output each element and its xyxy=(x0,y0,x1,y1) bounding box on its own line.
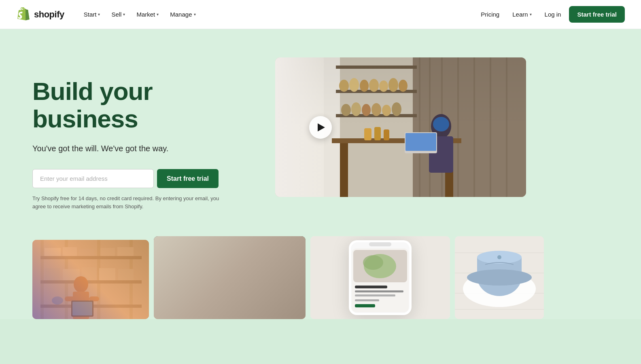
svg-rect-42 xyxy=(65,240,68,319)
nav-left: shopify Start ▾ Sell ▾ Market ▾ Manage ▾ xyxy=(16,7,201,22)
logo-link[interactable]: shopify xyxy=(16,7,64,22)
nav-pricing[interactable]: Pricing xyxy=(476,8,504,21)
svg-point-25 xyxy=(371,103,381,116)
nav-start-label: Start xyxy=(84,11,97,18)
svg-point-18 xyxy=(369,79,379,92)
svg-rect-55 xyxy=(82,267,96,280)
svg-point-72 xyxy=(192,288,229,310)
svg-rect-8 xyxy=(473,57,475,197)
hero-section: Build your business You've got the will.… xyxy=(0,29,641,231)
svg-point-22 xyxy=(341,104,351,116)
svg-rect-6 xyxy=(441,57,443,197)
svg-rect-68 xyxy=(154,236,306,293)
manage-chevron-icon: ▾ xyxy=(194,12,196,17)
svg-point-64 xyxy=(52,296,63,305)
svg-point-24 xyxy=(362,104,371,116)
hero-cta-button[interactable]: Start free trial xyxy=(157,169,219,188)
disclaimer-text: Try Shopify free for 14 days, no credit … xyxy=(32,195,227,210)
nav-market[interactable]: Market ▾ xyxy=(132,8,163,21)
svg-point-67 xyxy=(165,293,294,317)
svg-rect-4 xyxy=(419,57,420,197)
svg-rect-7 xyxy=(457,57,459,197)
sell-chevron-icon: ▾ xyxy=(123,12,125,17)
market-chevron-icon: ▾ xyxy=(157,12,159,17)
play-button[interactable] xyxy=(309,116,332,139)
svg-rect-46 xyxy=(40,280,142,284)
svg-point-76 xyxy=(203,285,214,301)
learn-chevron-icon: ▾ xyxy=(530,12,532,17)
svg-point-87 xyxy=(363,255,383,270)
svg-rect-11 xyxy=(336,66,417,69)
login-link[interactable]: Log in xyxy=(540,8,566,21)
svg-point-58 xyxy=(74,276,88,292)
svg-point-19 xyxy=(379,80,388,92)
nav-manage[interactable]: Manage ▾ xyxy=(165,8,200,21)
svg-rect-29 xyxy=(340,143,348,197)
nav-left-links: Start ▾ Sell ▾ Market ▾ Manage ▾ xyxy=(79,8,201,21)
gallery-item-4 xyxy=(455,236,544,319)
svg-rect-37 xyxy=(374,127,381,140)
svg-rect-63 xyxy=(72,302,92,315)
svg-rect-88 xyxy=(355,286,387,288)
nav-market-label: Market xyxy=(136,11,155,18)
svg-rect-13 xyxy=(336,114,417,117)
main-navigation: shopify Start ▾ Sell ▾ Market ▾ Manage ▾… xyxy=(0,0,641,29)
svg-rect-50 xyxy=(79,249,94,256)
shopify-logo-icon xyxy=(16,7,31,22)
svg-rect-39 xyxy=(32,240,149,319)
gallery-item-2 xyxy=(154,236,306,319)
svg-point-23 xyxy=(351,102,361,116)
svg-point-104 xyxy=(497,255,501,259)
svg-rect-92 xyxy=(355,304,375,307)
nav-sell-label: Sell xyxy=(111,11,121,18)
nav-learn[interactable]: Learn ▾ xyxy=(507,8,536,21)
nav-sell[interactable]: Sell ▾ xyxy=(106,8,130,21)
svg-point-20 xyxy=(388,78,398,92)
nav-right: Pricing Learn ▾ Log in Start free trial xyxy=(476,6,625,23)
hero-content: Build your business You've got the will.… xyxy=(32,61,259,210)
gallery-item-1 xyxy=(32,240,149,319)
svg-rect-30 xyxy=(445,143,453,197)
svg-rect-47 xyxy=(40,305,142,308)
svg-rect-69 xyxy=(154,277,306,287)
svg-rect-66 xyxy=(154,277,306,319)
svg-rect-44 xyxy=(129,240,133,319)
svg-rect-98 xyxy=(455,309,544,310)
svg-point-71 xyxy=(186,293,283,313)
email-input[interactable] xyxy=(32,169,154,188)
play-icon xyxy=(318,123,325,131)
svg-point-77 xyxy=(253,287,265,303)
svg-rect-89 xyxy=(355,290,403,292)
pricing-label: Pricing xyxy=(481,11,499,18)
svg-rect-49 xyxy=(63,247,77,256)
svg-point-27 xyxy=(392,102,401,116)
svg-rect-35 xyxy=(405,133,436,151)
svg-point-26 xyxy=(382,105,391,116)
svg-rect-59 xyxy=(73,292,89,319)
svg-rect-90 xyxy=(355,294,395,296)
nav-cta-button[interactable]: Start free trial xyxy=(569,6,625,23)
brand-name: shopify xyxy=(34,9,64,20)
svg-rect-53 xyxy=(45,268,60,280)
image-gallery xyxy=(0,231,641,319)
svg-rect-57 xyxy=(118,269,134,280)
svg-rect-28 xyxy=(332,138,461,143)
hero-subtitle: You've got the will. We've got the way. xyxy=(32,142,259,154)
email-form: Start free trial xyxy=(32,169,259,188)
svg-rect-10 xyxy=(506,57,507,197)
gallery-item-3 xyxy=(310,236,450,319)
svg-rect-36 xyxy=(364,128,371,140)
svg-rect-14 xyxy=(336,138,417,142)
start-chevron-icon: ▾ xyxy=(98,12,100,17)
nav-start[interactable]: Start ▾ xyxy=(79,8,105,21)
svg-point-78 xyxy=(260,288,274,305)
hero-video-area xyxy=(275,57,526,197)
svg-point-33 xyxy=(433,117,449,131)
svg-rect-45 xyxy=(40,256,142,259)
svg-point-75 xyxy=(194,288,206,305)
svg-rect-70 xyxy=(154,284,306,319)
svg-point-31 xyxy=(431,114,451,138)
hero-video[interactable] xyxy=(275,57,526,197)
svg-point-15 xyxy=(339,80,349,92)
svg-rect-62 xyxy=(71,301,93,317)
